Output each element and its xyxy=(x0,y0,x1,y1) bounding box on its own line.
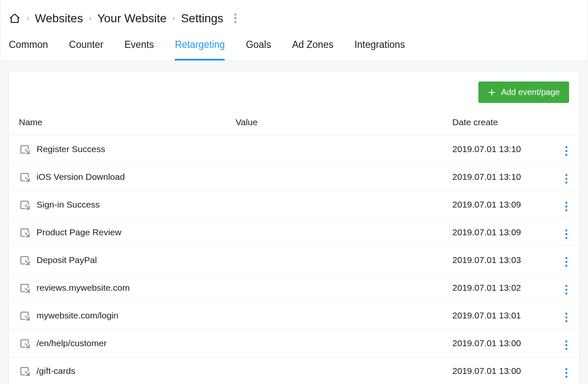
row-name: mywebsite.com/login xyxy=(37,310,118,321)
table-row[interactable]: /gift-cards2019.07.01 13:00 xyxy=(9,357,579,384)
table-row[interactable]: iOS Version Download2019.07.01 13:10 xyxy=(9,163,579,191)
tab-counter[interactable]: Counter xyxy=(69,33,103,60)
row-date: 2019.07.01 13:02 xyxy=(442,274,545,302)
page-header: › Websites › Your Website › Settings Com… xyxy=(0,0,588,61)
row-name: Deposit PayPal xyxy=(37,255,97,265)
row-date: 2019.07.01 13:10 xyxy=(442,135,545,163)
chevron-right-icon: › xyxy=(26,14,29,23)
retargeting-card: Add event/page Name Value Date create Re… xyxy=(8,71,580,384)
row-name: Register Success xyxy=(37,144,105,154)
table-row[interactable]: Deposit PayPal2019.07.01 13:03 xyxy=(9,246,579,274)
page-cursor-icon xyxy=(19,171,31,183)
row-value xyxy=(226,191,442,218)
chevron-right-icon: › xyxy=(89,14,92,23)
row-date: 2019.07.01 13:09 xyxy=(442,218,545,246)
column-header-value: Value xyxy=(226,107,442,135)
tabs: Common Counter Events Retargeting Goals … xyxy=(9,33,579,60)
tab-retargeting[interactable]: Retargeting xyxy=(175,33,225,60)
table-row[interactable]: /en/help/customer2019.07.01 13:00 xyxy=(9,329,579,357)
table-row[interactable]: Sign-in Success2019.07.01 13:09 xyxy=(9,191,579,218)
breadcrumb-menu-icon[interactable] xyxy=(232,11,239,26)
tab-integrations[interactable]: Integrations xyxy=(354,33,405,60)
page-cursor-icon xyxy=(19,282,31,294)
breadcrumb-settings[interactable]: Settings xyxy=(181,12,223,25)
row-date: 2019.07.01 13:03 xyxy=(442,246,545,274)
plus-icon xyxy=(488,88,496,97)
column-header-name: Name xyxy=(9,107,226,135)
table-row[interactable]: mywebsite.com/login2019.07.01 13:01 xyxy=(9,302,579,329)
row-date: 2019.07.01 13:00 xyxy=(442,329,545,357)
card-toolbar: Add event/page xyxy=(9,71,579,107)
content: Add event/page Name Value Date create Re… xyxy=(0,61,588,384)
page-cursor-icon xyxy=(19,310,31,321)
row-actions-menu-icon[interactable] xyxy=(564,311,569,324)
row-name: /gift-cards xyxy=(37,366,75,376)
breadcrumb: › Websites › Your Website › Settings xyxy=(9,0,579,33)
add-event-page-button[interactable]: Add event/page xyxy=(478,82,569,103)
row-name: Product Page Review xyxy=(37,227,121,237)
table-row[interactable]: reviews.mywebsite.com2019.07.01 13:02 xyxy=(9,274,579,302)
row-actions-menu-icon[interactable] xyxy=(564,145,569,158)
tab-common[interactable]: Common xyxy=(9,33,48,60)
row-name: iOS Version Download xyxy=(37,172,125,182)
row-value xyxy=(226,302,442,329)
row-date: 2019.07.01 13:00 xyxy=(442,357,545,384)
page-cursor-icon xyxy=(19,254,31,266)
table-row[interactable]: Product Page Review2019.07.01 13:09 xyxy=(9,218,579,246)
page-cursor-icon xyxy=(19,365,31,377)
table-row[interactable]: Register Success2019.07.01 13:10 xyxy=(9,135,579,163)
page-cursor-icon xyxy=(19,226,31,238)
row-name: /en/help/customer xyxy=(37,338,107,348)
row-value xyxy=(226,246,442,274)
chevron-right-icon: › xyxy=(173,14,175,23)
page-cursor-icon xyxy=(19,143,31,155)
row-date: 2019.07.01 13:09 xyxy=(442,191,545,218)
page-cursor-icon xyxy=(19,199,31,210)
row-value xyxy=(226,274,442,302)
breadcrumb-websites[interactable]: Websites xyxy=(35,12,83,25)
tab-events[interactable]: Events xyxy=(124,33,154,60)
row-actions-menu-icon[interactable] xyxy=(564,200,569,213)
row-actions-menu-icon[interactable] xyxy=(564,366,569,379)
row-name: Sign-in Success xyxy=(37,200,100,210)
row-actions-menu-icon[interactable] xyxy=(564,339,569,352)
home-icon[interactable] xyxy=(9,13,21,24)
row-actions-menu-icon[interactable] xyxy=(564,283,569,296)
row-value xyxy=(226,357,442,384)
row-name: reviews.mywebsite.com xyxy=(37,283,130,293)
tab-ad-zones[interactable]: Ad Zones xyxy=(292,33,333,60)
events-table: Name Value Date create Register Success2… xyxy=(9,107,579,384)
row-value xyxy=(226,329,442,357)
tab-goals[interactable]: Goals xyxy=(246,33,271,60)
row-date: 2019.07.01 13:01 xyxy=(442,302,545,329)
breadcrumb-your-website[interactable]: Your Website xyxy=(97,12,167,25)
row-value xyxy=(226,163,442,191)
add-button-label: Add event/page xyxy=(501,87,560,97)
row-actions-menu-icon[interactable] xyxy=(564,172,569,185)
row-date: 2019.07.01 13:10 xyxy=(442,163,545,191)
page-cursor-icon xyxy=(19,337,31,349)
row-actions-menu-icon[interactable] xyxy=(564,228,569,241)
row-value xyxy=(226,218,442,246)
row-value xyxy=(226,135,442,163)
row-actions-menu-icon[interactable] xyxy=(564,255,569,268)
column-header-date: Date create xyxy=(442,107,545,135)
column-header-actions xyxy=(545,107,580,135)
